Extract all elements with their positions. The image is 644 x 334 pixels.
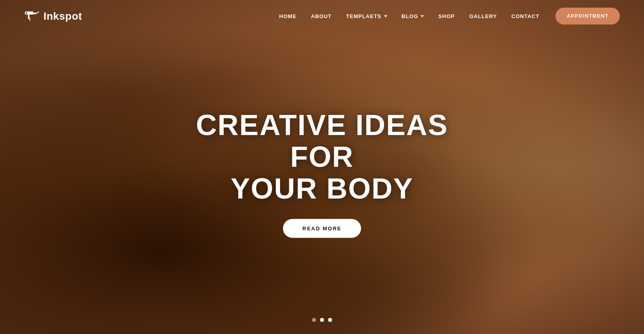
navbar: Inkspot HOME ABOUT TEMPLAETS BLOG SHOP G… (0, 0, 644, 32)
nav-blog[interactable]: BLOG (402, 13, 424, 19)
svg-line-5 (36, 12, 39, 14)
svg-rect-1 (31, 12, 36, 14)
hero-section: Inkspot HOME ABOUT TEMPLAETS BLOG SHOP G… (0, 0, 644, 334)
svg-rect-2 (28, 14, 30, 19)
logo[interactable]: Inkspot (24, 8, 82, 24)
nav-links: HOME ABOUT TEMPLAETS BLOG SHOP GALLERY C… (279, 13, 540, 19)
slider-dot-1[interactable] (312, 318, 316, 322)
svg-point-4 (25, 12, 28, 14)
nav-gallery[interactable]: GALLERY (469, 13, 497, 19)
slider-dots (312, 318, 332, 322)
tattoo-gun-icon (24, 8, 39, 24)
hero-content: CREATIVE IDEAS FOR YOUR BODY READ MORE (181, 109, 463, 238)
slider-dot-3[interactable] (328, 318, 332, 322)
svg-rect-3 (29, 18, 30, 21)
logo-text: Inkspot (43, 10, 82, 23)
blog-dropdown-arrow (421, 15, 424, 17)
nav-templaets[interactable]: TEMPLAETS (346, 13, 387, 19)
nav-home[interactable]: HOME (279, 13, 297, 19)
templaets-dropdown-arrow (384, 15, 387, 17)
nav-contact[interactable]: CONTACT (512, 13, 540, 19)
nav-about[interactable]: ABOUT (311, 13, 332, 19)
hero-title: CREATIVE IDEAS FOR YOUR BODY (181, 109, 463, 205)
appointment-button[interactable]: APPOINTMENT (555, 8, 620, 25)
read-more-button[interactable]: READ MORE (283, 219, 361, 238)
slider-dot-2[interactable] (320, 318, 324, 322)
nav-shop[interactable]: SHOP (438, 13, 455, 19)
